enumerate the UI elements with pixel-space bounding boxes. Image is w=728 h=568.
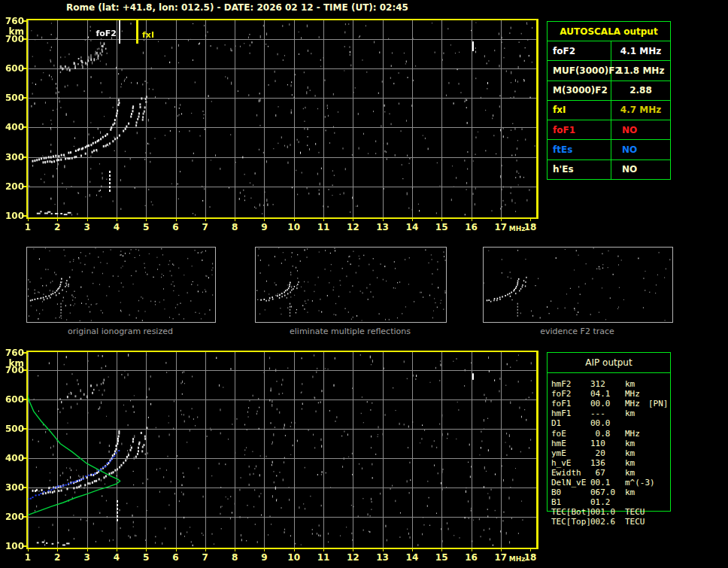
aip-cell: TEC[Bot] <box>551 507 591 517</box>
aip-cell: Ewidth <box>551 468 581 478</box>
x-tick-label: 3 <box>79 222 96 232</box>
x-tick-label: 7 <box>197 552 214 563</box>
thumbnail-evidence-f2 <box>483 247 673 323</box>
y-tick-label: 300 <box>3 482 24 493</box>
aip-cell: hmF2 <box>551 379 572 389</box>
x-tick-label: 6 <box>168 552 184 563</box>
thumbnail-label: eliminate multiple reflections <box>255 327 445 336</box>
aip-cell: MHz <box>625 429 640 439</box>
y-tick-label: 300 <box>3 152 24 163</box>
autoscala-row-foF1: foF1NO <box>548 120 670 139</box>
thumbnail-original-ionogram <box>26 247 216 323</box>
y-tick-label: 400 <box>3 453 24 463</box>
aip-cell: B0 <box>551 488 561 497</box>
aip-row-Ewidth: Ewidth 67km <box>547 468 675 478</box>
aip-cell: hmF1 <box>551 409 572 418</box>
aip-row-foE: foE 0.8MHz <box>547 429 675 439</box>
x-tick-label: 14 <box>404 552 420 563</box>
autoscala-param-value: NO <box>611 160 670 179</box>
aip-cell: MHz <box>625 399 640 409</box>
y-tick-label: 100 <box>3 541 24 551</box>
aip-cell: km <box>625 448 635 458</box>
aip-cell: DelN_vE <box>551 478 586 488</box>
x-tick-label: 15 <box>433 222 450 232</box>
aip-cell: km <box>625 439 635 448</box>
thumbnail-canvas <box>27 248 215 322</box>
aip-cell: foE <box>551 429 566 439</box>
y-axis-unit-label: km <box>3 358 24 369</box>
top-ionogram-canvas <box>22 19 538 222</box>
aip-row-TEC[Bot]: TEC[Bot]001.0TECU <box>547 507 675 517</box>
aip-row-hmE: hmE110km <box>547 439 675 448</box>
autoscala-row-fxI: fxI4.7 MHz <box>548 100 670 120</box>
autoscala-param-label: ftEs <box>548 140 611 159</box>
aip-cell: km <box>625 409 635 418</box>
aip-cell: ymE <box>551 448 566 458</box>
aip-cell: 136 <box>590 458 605 468</box>
x-tick-label: 11 <box>315 222 332 232</box>
x-tick-label: 3 <box>79 552 96 563</box>
x-tick-label: 2 <box>49 222 65 232</box>
autoscala-table-title: AUTOSCALA output <box>548 22 670 41</box>
x-tick-label: 12 <box>344 552 361 563</box>
aip-cell: km <box>625 468 635 478</box>
x-tick-label: 17 <box>493 222 509 232</box>
autoscala-param-label: h'Es <box>548 160 611 179</box>
aip-cell: h_vE <box>551 458 572 468</box>
x-tick-label: 17 <box>493 552 509 563</box>
aip-cell: [PN] <box>648 399 669 409</box>
autoscala-param-label: MUF(3000)F2 <box>548 61 611 80</box>
aip-row-B0: B0067.0km <box>547 488 675 497</box>
thumbnail-canvas <box>256 248 446 322</box>
x-tick-label: 16 <box>463 552 480 563</box>
aip-cell: --- <box>590 409 605 418</box>
aip-cell: km <box>625 458 635 468</box>
x-axis-unit-label: MHz <box>509 225 526 232</box>
y-tick-label: 600 <box>3 394 24 405</box>
x-tick-label: 5 <box>138 552 154 563</box>
autoscala-row-ftEs: ftEsNO <box>548 139 670 159</box>
aip-cell: 67 <box>590 468 605 478</box>
x-tick-label: 14 <box>404 222 420 232</box>
aip-cell: 067.0 <box>590 488 615 497</box>
aip-cell: hmE <box>551 439 566 448</box>
aip-cell: 00.0 <box>590 399 611 409</box>
aip-cell: TECU <box>625 507 645 517</box>
autoscala-row-MUF(3000)F2: MUF(3000)F211.8 MHz <box>548 60 670 80</box>
autoscala-param-value: NO <box>611 140 670 159</box>
aip-cell: 001.0 <box>590 507 615 517</box>
x-tick-label: 2 <box>49 552 65 563</box>
aip-cell: km <box>625 488 635 497</box>
aip-cell: 312 <box>590 379 605 389</box>
aip-cell: 00.0 <box>590 418 611 428</box>
x-tick-label: 15 <box>433 552 450 563</box>
x-tick-label: 13 <box>375 552 391 563</box>
aip-cell: D1 <box>551 418 561 428</box>
thumbnail-label: evidence F2 trace <box>483 327 672 336</box>
x-tick-label: 5 <box>138 222 154 232</box>
autoscala-row-h'Es: h'EsNO <box>548 159 670 179</box>
aip-row-ymE: ymE 20km <box>547 448 675 458</box>
aip-cell: 04.1 <box>590 389 611 399</box>
autoscala-param-value: 4.7 MHz <box>611 101 670 120</box>
aip-row-B1: B101.2 <box>547 497 675 507</box>
autoscala-param-label: foF2 <box>548 41 611 60</box>
autoscala-param-value: 4.1 MHz <box>611 41 670 60</box>
aip-row-foF1: foF100.0MHz[PN] <box>547 399 675 409</box>
x-tick-label: 11 <box>315 552 332 563</box>
thumbnail-eliminate-reflections <box>255 247 447 323</box>
aip-row-hmF1: hmF1---km <box>547 409 675 418</box>
autoscala-param-label: fxI <box>548 101 611 120</box>
y-tick-label: 400 <box>3 122 24 132</box>
y-tick-label: 100 <box>3 211 24 221</box>
x-tick-label: 9 <box>256 552 272 563</box>
x-tick-label: 9 <box>256 222 272 232</box>
x-tick-label: 1 <box>20 222 36 232</box>
aip-table-title: AIP output <box>548 353 670 373</box>
x-tick-label: 1 <box>20 552 36 563</box>
y-tick-label: 500 <box>3 424 24 434</box>
autoscala-param-label: foF1 <box>548 120 611 139</box>
aip-row-DelN_vE: DelN_vE00.1m^(-3) <box>547 478 675 488</box>
aip-cell: foF1 <box>551 399 572 409</box>
fof2-marker-label: foF2 <box>94 29 117 38</box>
